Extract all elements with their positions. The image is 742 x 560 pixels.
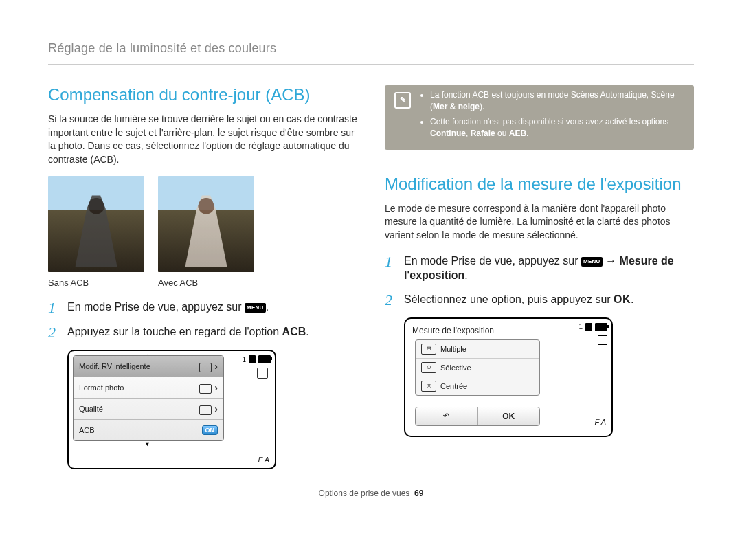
n2c: ,: [466, 128, 471, 138]
menu-value-quality: ›: [199, 403, 218, 415]
menu-value-format: ›: [199, 382, 218, 394]
menu-label-format: Format photo: [79, 383, 124, 392]
ok-button[interactable]: OK: [478, 407, 540, 425]
center-icon: ◎: [421, 381, 436, 392]
r1b: →: [603, 255, 620, 267]
menu-icon: MENU: [581, 257, 603, 267]
note-icon: ✎: [394, 92, 411, 109]
status-count-2: 1: [578, 323, 583, 331]
page-footer: Options de prise de vues 69: [48, 489, 694, 498]
acb-step-1: 1 En mode Prise de vue, appuyez sur MENU…: [48, 300, 357, 315]
status-count: 1: [242, 356, 246, 363]
note-box: ✎ La fonction ACB est toujours en mode S…: [385, 85, 694, 150]
section-title-metering: Modification de la mesure de l'expositio…: [385, 175, 694, 194]
selective-icon: ⊙: [421, 362, 436, 373]
page-header: Réglage de la luminosité et des couleurs: [48, 41, 694, 65]
flash-auto-icon: F A: [258, 456, 269, 464]
metering-option-box: ⊞Multiple ⊙Sélective ◎Centrée: [415, 339, 540, 396]
left-column: Compensation du contre-jour (ACB) Si la …: [48, 85, 357, 469]
step-number-2b: 2: [385, 293, 396, 308]
metering-option-center[interactable]: ◎Centrée: [416, 377, 539, 395]
menu-icon: MENU: [245, 303, 266, 313]
step-number-1b: 1: [385, 254, 396, 283]
caption-with-acb: Avec ACB: [158, 278, 254, 288]
acb-description: Si la source de lumière se trouve derriè…: [48, 113, 357, 166]
right-column: ✎ La fonction ACB est toujours en mode S…: [385, 85, 694, 469]
photo-caption-row: Sans ACB Avec ACB: [48, 278, 357, 288]
flash-auto-icon: F A: [594, 418, 606, 426]
metering-option-multiple[interactable]: ⊞Multiple: [416, 340, 539, 359]
r1d: .: [464, 269, 467, 281]
n1b: Mer & neige: [433, 102, 480, 111]
step-number-2: 2: [48, 325, 59, 340]
menu-row-rv[interactable]: Modif. RV intelligente ›: [74, 356, 223, 377]
metering-panel-title: Mesure de l'exposition: [412, 326, 494, 335]
opt2-label: Sélective: [440, 363, 471, 372]
acb-step-2: 2 Appuyez sur la touche en regard de l'o…: [48, 325, 357, 340]
scroll-down-icon: ▼: [144, 440, 150, 447]
camera-menu-screen-metering: Mesure de l'exposition ⊞Multiple ⊙Sélect…: [404, 317, 613, 437]
step-2-text: Appuyez sur la touche en regard de l'opt…: [67, 325, 309, 340]
metering-step2-text: Sélectionnez une option, puis appuyez su…: [404, 293, 634, 308]
menu-value-rv: ›: [199, 361, 218, 372]
note-item-1: La fonction ACB est toujours en mode Scè…: [430, 89, 684, 113]
note-item-2: Cette fonction n'est pas disponible si v…: [430, 116, 684, 140]
section-title-acb: Compensation du contre-jour (ACB): [48, 85, 357, 104]
status-bar-2: 1: [566, 323, 607, 345]
step-1-text: En mode Prise de vue, appuyez sur MENU.: [67, 300, 269, 315]
acb-on-badge: ON: [202, 425, 218, 435]
n2f: AEB: [509, 128, 526, 138]
menu-row-format[interactable]: Format photo ›: [74, 377, 223, 399]
opt1-label: Multiple: [440, 345, 466, 353]
back-button[interactable]: ↶: [416, 407, 478, 425]
n2d: Rafale: [471, 128, 495, 138]
metering-step1-text: En mode Prise de vue, appuyez sur MENU →…: [404, 254, 694, 283]
photo-without-acb: [48, 176, 144, 272]
battery-icon: [595, 323, 607, 331]
r2c: .: [631, 293, 633, 305]
r2a: Sélectionnez une option, puis appuyez su…: [404, 293, 614, 305]
caption-without-acb: Sans ACB: [48, 278, 144, 288]
metering-step-2: 2 Sélectionnez une option, puis appuyez …: [385, 293, 694, 308]
menu-row-acb[interactable]: ACB ON: [74, 420, 223, 440]
metering-option-selective[interactable]: ⊙Sélective: [416, 359, 539, 377]
menu-label-quality: Qualité: [79, 405, 103, 413]
menu-label-acb: ACB: [79, 426, 95, 434]
camera-menu-screen-acb: ▲ Modif. RV intelligente › Format photo …: [67, 350, 276, 469]
menu-row-quality[interactable]: Qualité ›: [74, 399, 223, 420]
photo-with-acb: [158, 176, 254, 272]
menu-label-rv: Modif. RV intelligente: [79, 362, 150, 370]
metering-bottom-bar: ↶ OK: [415, 407, 540, 426]
n2e: ou: [495, 128, 509, 138]
page: Réglage de la luminosité et des couleurs…: [0, 0, 742, 519]
step1-part-a: En mode Prise de vue, appuyez sur: [67, 301, 245, 313]
multiple-icon: ⊞: [421, 344, 436, 355]
metering-steps: 1 En mode Prise de vue, appuyez sur MENU…: [385, 254, 694, 308]
page-number: 69: [414, 489, 423, 498]
note-list: La fonction ACB est toujours en mode Scè…: [420, 89, 684, 143]
sdcard-icon: [249, 355, 256, 363]
status-bar: 1: [229, 355, 271, 379]
metering-description: Le mode de mesure correspond à la manièr…: [385, 202, 694, 243]
status-mode-icon: [257, 368, 268, 379]
menu-list: Modif. RV intelligente › Format photo › …: [73, 355, 224, 441]
step1-end: .: [266, 301, 269, 313]
acb-steps: 1 En mode Prise de vue, appuyez sur MENU…: [48, 300, 357, 340]
opt3-label: Centrée: [440, 382, 467, 390]
battery-icon: [258, 355, 271, 363]
n2a: Cette fonction n'est pas disponible si v…: [430, 117, 668, 126]
n2g: .: [526, 128, 528, 138]
r1a: En mode Prise de vue, appuyez sur: [404, 255, 581, 267]
sdcard-icon: [585, 323, 592, 331]
acb-photo-row: [48, 176, 357, 272]
target-icon: [598, 335, 607, 345]
metering-step-1: 1 En mode Prise de vue, appuyez sur MENU…: [385, 254, 694, 283]
content-columns: Compensation du contre-jour (ACB) Si la …: [48, 85, 694, 469]
n1c: ).: [480, 102, 484, 111]
n2b: Continue: [430, 128, 466, 138]
footer-section-label: Options de prise de vues: [319, 489, 410, 498]
step2-b: ACB: [282, 326, 306, 337]
step2-c: .: [306, 326, 308, 337]
step2-a: Appuyez sur la touche en regard de l'opt…: [67, 326, 282, 337]
step-number-1: 1: [48, 300, 59, 315]
